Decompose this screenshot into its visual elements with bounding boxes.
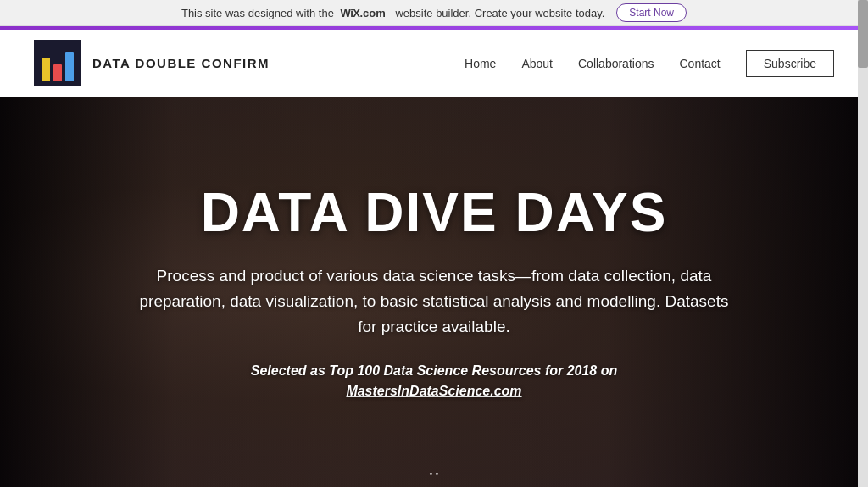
start-now-button[interactable]: Start Now <box>616 3 687 22</box>
logo-icon <box>34 40 81 86</box>
bar-chart-yellow <box>42 58 50 81</box>
top-banner: This site was designed with the WiX.com … <box>0 0 868 26</box>
wix-logo: WiX.com <box>341 7 389 19</box>
hero-award-link[interactable]: MastersInDataScience.com <box>346 384 521 398</box>
scroll-dots: • • <box>430 468 439 479</box>
banner-text-after: website builder. Create your website tod… <box>395 7 604 19</box>
scrollbar-thumb[interactable] <box>858 0 868 68</box>
hero-award: Selected as Top 100 Data Science Resourc… <box>129 361 739 401</box>
scroll-indicator: • • <box>430 468 439 479</box>
dot-com: .com <box>359 7 385 19</box>
banner-text-before: This site was designed with the <box>181 7 334 19</box>
nav-links: Home About Collaborations Contact Subscr… <box>465 50 834 77</box>
scrollbar-track[interactable] <box>858 0 868 487</box>
hero-content: DATA DIVE DAYS Process and product of va… <box>112 166 756 418</box>
bar-chart-blue <box>65 52 74 81</box>
logo-text: DATA DOUBLE CONFIRM <box>92 56 270 70</box>
hero-subtitle: Process and product of various data scie… <box>129 263 739 340</box>
hero-title: DATA DIVE DAYS <box>129 183 739 242</box>
navbar: DATA DOUBLE CONFIRM Home About Collabora… <box>0 30 868 97</box>
nav-link-about[interactable]: About <box>521 57 553 70</box>
subscribe-button[interactable]: Subscribe <box>746 50 834 77</box>
wix-brand: WiX <box>341 7 360 19</box>
nav-link-home[interactable]: Home <box>465 57 496 70</box>
nav-link-collaborations[interactable]: Collaborations <box>578 57 654 70</box>
hero-section: DATA DIVE DAYS Process and product of va… <box>0 97 868 487</box>
bar-chart-red <box>53 64 62 81</box>
hero-award-text: Selected as Top 100 Data Science Resourc… <box>251 363 618 378</box>
nav-link-contact[interactable]: Contact <box>679 57 720 70</box>
logo-area: DATA DOUBLE CONFIRM <box>34 40 270 86</box>
